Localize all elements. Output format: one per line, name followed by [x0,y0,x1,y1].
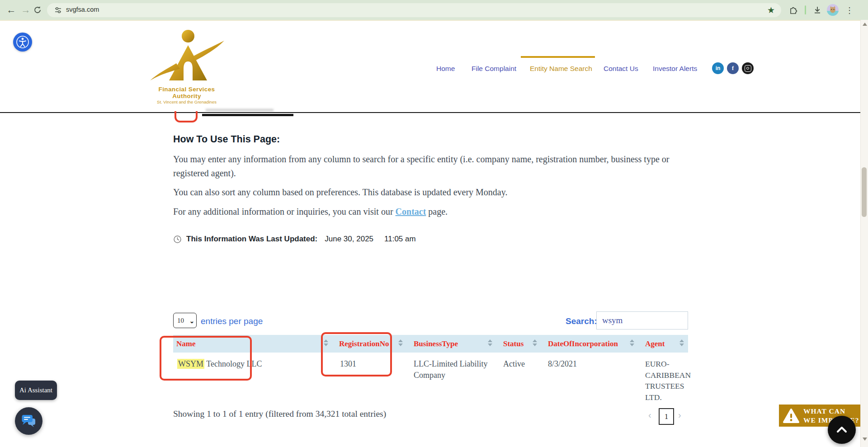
pagination-page-1[interactable]: 1 [659,408,674,425]
profile-avatar[interactable] [827,4,839,18]
extensions-icon[interactable] [789,6,799,16]
para3-suffix: page. [426,207,448,216]
toolbar-separator [805,5,806,14]
column-header-business-type[interactable]: BusinessType [407,335,496,353]
fsa-logo-figure [148,29,225,84]
column-label: DateOfIncorporation [548,339,618,348]
last-updated-date: June 30, 2025 [325,235,373,244]
entries-per-page-label: entries per page [201,316,263,326]
ai-assistant-label: Ai Assistant [19,386,52,394]
screen: ← → svgfsa.com ★ ⋮ [0,0,868,447]
warning-triangle-icon [783,408,800,423]
nav-home[interactable]: Home [436,65,455,73]
scroll-to-top-button[interactable] [828,416,856,444]
sort-icon[interactable] [533,339,537,346]
annotation-box-registration-column [321,332,392,376]
sort-icon[interactable] [398,339,403,346]
annotation-box-name-column [160,336,252,381]
column-header-status[interactable]: Status [496,335,541,353]
last-updated-time: 11:05 am [384,235,416,244]
pagination-prev-icon[interactable]: ‹ [648,410,651,420]
instagram-glyph [745,65,751,72]
scrollbar-thumb[interactable] [862,167,867,217]
last-updated-label: This Information Was Last Updated: [186,235,317,244]
instructions-paragraph-2: You can also sort any column based on pr… [173,185,677,199]
nav-contact-us[interactable]: Contact Us [604,65,638,73]
scrollbar-track[interactable] [860,20,868,447]
url-text[interactable]: svgfsa.com [66,6,99,13]
logo-subtitle: St. Vincent and the Grenadines [144,99,230,104]
browser-toolbar: ← → svgfsa.com ★ ⋮ [0,0,868,20]
chat-bubbles-icon [21,414,37,428]
search-input[interactable] [596,311,688,329]
pagination-next-icon[interactable]: › [678,410,681,420]
url-bar[interactable] [47,3,781,17]
facebook-icon[interactable]: f [727,62,739,74]
forward-icon[interactable]: → [19,3,33,17]
sort-icon[interactable] [488,339,492,346]
instagram-icon[interactable] [742,62,754,74]
page-heading: How To Use This Page: [173,134,280,145]
back-icon[interactable]: ← [5,3,18,17]
column-label: Agent [645,339,665,348]
refresh-icon[interactable] [33,6,42,16]
cell-status: Active [496,353,541,403]
nav-file-complaint[interactable]: File Complaint [472,65,516,73]
instructions-paragraph-1: You may enter any information from any c… [173,152,677,180]
downloads-icon[interactable] [813,6,823,16]
facebook-glyph: f [732,65,734,72]
scrollbar-up-icon[interactable] [863,23,867,26]
column-header-date-of-incorporation[interactable]: DateOfIncorporation [541,335,638,353]
linkedin-icon[interactable]: in [712,62,724,74]
browser-menu-icon[interactable]: ⋮ [844,5,854,15]
ai-assistant-tooltip: Ai Assistant [15,381,57,400]
last-updated-row: This Information Was Last Updated: June … [173,234,416,245]
table-summary: Showing 1 to 1 of 1 entry (filtered from… [173,409,386,419]
entries-per-page-select[interactable]: 10 [173,313,197,328]
para3-prefix: For any additional information or inquir… [173,207,396,216]
sort-icon[interactable] [679,339,684,346]
linkedin-glyph: in [716,65,721,71]
annotation-box-cutoff [175,111,198,122]
chevron-up-icon [835,425,849,434]
column-label: Status [503,339,524,348]
cell-business-type: LLC-Limited Liability Company [407,353,496,403]
search-label: Search: [566,316,597,326]
logo-title: Financial Services Authority [144,86,230,99]
column-label: BusinessType [414,339,458,348]
sort-icon[interactable] [630,339,634,346]
instructions-paragraph-3: For any additional information or inquir… [173,205,677,219]
nav-investor-alerts[interactable]: Investor Alerts [653,65,697,73]
chat-assistant-button[interactable] [15,407,42,435]
bookmark-star-icon[interactable]: ★ [767,5,777,15]
clock-icon [173,235,182,244]
cell-agent: EURO-CARIBBEAN TRUSTEES LTD. [638,353,688,403]
cutoff-text-smudge [206,109,274,111]
feedback-banner-line1: WHAT CAN [803,407,859,416]
column-header-agent[interactable]: Agent [638,335,688,353]
scrollbar-down-icon[interactable] [863,438,867,441]
cell-date-of-incorporation: 8/3/2021 [541,353,638,403]
header-bottom-border [0,112,860,113]
site-info-icon[interactable] [54,6,62,16]
contact-link[interactable]: Contact [396,207,426,216]
active-tab-indicator [521,56,595,58]
accessibility-button[interactable] [13,33,32,52]
cutoff-tab-underline [202,114,293,116]
fsa-logo[interactable]: Financial Services Authority St. Vincent… [144,29,230,96]
nav-entity-name-search[interactable]: Entity Name Search [530,65,592,73]
